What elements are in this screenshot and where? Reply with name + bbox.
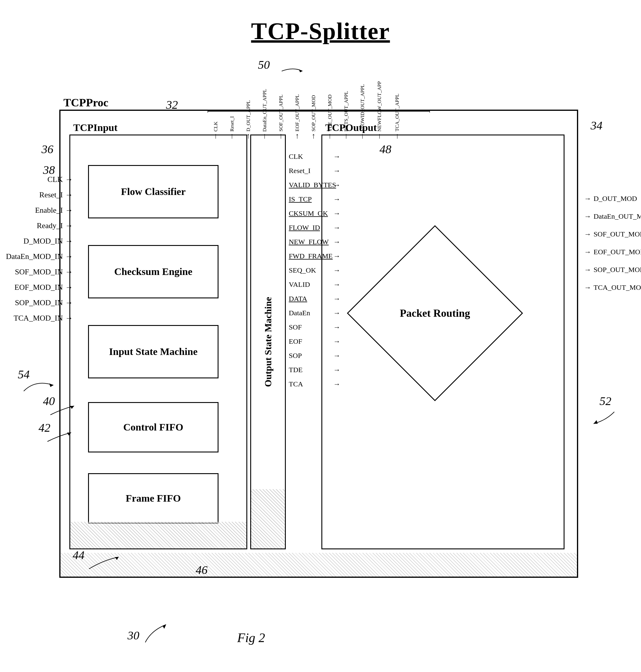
left-sig-ready-label: Ready_I bbox=[0, 221, 65, 230]
svg-marker-5 bbox=[70, 406, 74, 409]
left-sig-enable-label: Enable_I bbox=[0, 206, 65, 215]
control-fifo-box: Control FIFO bbox=[88, 402, 219, 452]
ref-30: 30 bbox=[127, 628, 139, 642]
left-sig-tca-mod-in-label: TCA_MOD_IN bbox=[0, 314, 65, 323]
tcpoutput-box: TCPOutput Packet Routing bbox=[322, 135, 564, 549]
svg-marker-8 bbox=[163, 625, 166, 629]
left-sig-sop-mod-in: SOP_MOD_IN → bbox=[0, 295, 73, 310]
tcpoutput-label: TCPOutput bbox=[325, 122, 377, 133]
left-sig-tca-mod-in: TCA_MOD_IN → bbox=[0, 310, 73, 326]
left-sig-enable: Enable_I → bbox=[0, 203, 73, 218]
svg-marker-6 bbox=[67, 433, 71, 436]
svg-marker-4 bbox=[49, 383, 53, 387]
packet-routing-label: Packet Routing bbox=[400, 307, 470, 319]
tcpproc-hatch bbox=[60, 553, 577, 577]
left-sig-sof-mod-in-label: SOF_MOD_IN bbox=[0, 268, 65, 277]
left-sig-sop-mod-in-label: SOP_MOD_IN bbox=[0, 298, 65, 307]
arrow-42 bbox=[44, 430, 74, 445]
arrow-40 bbox=[47, 403, 77, 418]
ref-50: 50 bbox=[258, 58, 270, 72]
ref-36: 36 bbox=[41, 142, 53, 156]
arrow-50 bbox=[282, 65, 305, 77]
tcpinput-label: TCPInput bbox=[73, 122, 118, 133]
left-sig-d-mod-in: D_MOD_IN → bbox=[0, 234, 73, 249]
arrow-54 bbox=[21, 376, 56, 394]
page-title: TCP-Splitter bbox=[0, 0, 641, 45]
ref-46: 46 bbox=[196, 563, 207, 577]
right-sig-sop-out-mod-label: SOP_OUT_MOD bbox=[591, 266, 641, 274]
osm-label: Output State Machine bbox=[263, 297, 274, 387]
left-sig-sof-mod-in: SOF_MOD_IN → bbox=[0, 264, 73, 280]
left-sig-clk: CLK → bbox=[0, 172, 73, 187]
right-sig-eof-out-mod-label: EOF_OUT_MOD bbox=[591, 248, 641, 256]
flow-classifier-box: Flow Classifier bbox=[88, 165, 219, 219]
fig-label: Fig 2 bbox=[237, 630, 265, 645]
svg-marker-9 bbox=[115, 557, 119, 560]
frame-fifo-label: Frame FIFO bbox=[126, 493, 181, 504]
right-sig-d-out-mod: → D_OUT_MOD bbox=[584, 190, 641, 207]
ref-32: 32 bbox=[166, 98, 178, 112]
flow-classifier-label: Flow Classifier bbox=[121, 186, 186, 197]
arrow-44 bbox=[86, 554, 122, 572]
right-sig-dataen-out-mod: → DataEn_OUT_MOD bbox=[584, 207, 641, 225]
left-sig-dataen-mod-in: DataEn_MOD_IN → bbox=[0, 249, 73, 264]
input-state-machine-box: Input State Machine bbox=[88, 325, 219, 378]
tcpinput-hatch bbox=[70, 522, 246, 548]
left-sig-ready: Ready_I → bbox=[0, 218, 73, 234]
ref-52: 52 bbox=[600, 394, 611, 408]
ref-34: 34 bbox=[590, 118, 602, 132]
packet-routing-container: Packet Routing bbox=[346, 224, 524, 402]
control-fifo-label: Control FIFO bbox=[123, 422, 183, 433]
right-sig-sof-out-mod: → SOF_OUT_MOD bbox=[584, 225, 641, 243]
osm-hatch bbox=[251, 489, 285, 548]
input-state-machine-label: Input State Machine bbox=[109, 346, 197, 357]
osm-box: Output State Machine bbox=[250, 135, 286, 549]
right-sig-d-out-mod-label: D_OUT_MOD bbox=[591, 195, 637, 203]
svg-marker-7 bbox=[594, 420, 598, 424]
left-sig-eof-mod-in: EOF_MOD_IN → bbox=[0, 280, 73, 295]
left-sig-eof-mod-in-label: EOF_MOD_IN bbox=[0, 283, 65, 292]
arrow-30 bbox=[142, 621, 172, 645]
checksum-engine-label: Checksum Engine bbox=[114, 266, 192, 277]
left-sig-reset-label: Reset_I bbox=[0, 191, 65, 199]
page: TCP-Splitter 50 CLK ↑ Reset_I ↑ D_OUT_AP… bbox=[0, 0, 641, 672]
right-sig-dataen-out-mod-label: DataEn_OUT_MOD bbox=[591, 212, 641, 221]
tcpproc-box: TCPProc TCPInput Flow Classifier Checksu… bbox=[59, 110, 578, 578]
right-sig-eof-out-mod: → EOF_OUT_MOD bbox=[584, 243, 641, 261]
left-sig-reset: Reset_I → bbox=[0, 187, 73, 203]
right-sig-sop-out-mod: → SOP_OUT_MOD bbox=[584, 261, 641, 279]
right-sig-tca-out-mod: → TCA_OUT_MOD bbox=[584, 279, 641, 296]
left-sig-dataen-mod-in-label: DataEn_MOD_IN bbox=[0, 252, 65, 261]
ref-48: 48 bbox=[380, 142, 391, 156]
tcpproc-label: TCPProc bbox=[64, 96, 108, 109]
left-signals-container: CLK → Reset_I → Enable_I → Ready_I → D_M… bbox=[0, 172, 73, 326]
arrow-52 bbox=[590, 409, 617, 427]
checksum-engine-box: Checksum Engine bbox=[88, 245, 219, 298]
right-sig-sof-out-mod-label: SOF_OUT_MOD bbox=[591, 230, 641, 238]
tcpinput-box: TCPInput Flow Classifier Checksum Engine… bbox=[69, 135, 247, 549]
packet-routing-diamond: Packet Routing bbox=[347, 225, 523, 401]
ref-44: 44 bbox=[73, 548, 84, 562]
right-sig-tca-out-mod-label: TCA_OUT_MOD bbox=[591, 283, 641, 292]
frame-fifo-box: Frame FIFO bbox=[88, 473, 219, 523]
left-sig-clk-label: CLK bbox=[0, 175, 65, 184]
ref-38: 38 bbox=[43, 163, 55, 177]
right-signals-container: → D_OUT_MOD → DataEn_OUT_MOD → SOF_OUT_M… bbox=[584, 190, 641, 296]
left-sig-d-mod-in-label: D_MOD_IN bbox=[0, 237, 65, 246]
